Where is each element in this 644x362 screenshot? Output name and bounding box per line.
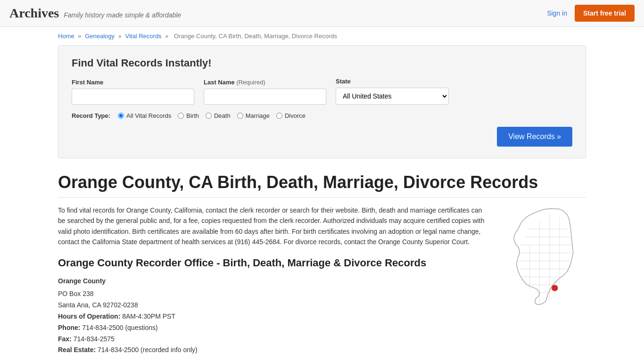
radio-all-vital[interactable] (118, 113, 124, 119)
logo: Archives (9, 6, 59, 21)
record-type-options: All Vital Records Birth Death Marriage D… (118, 112, 305, 119)
breadcrumb-sep-1: » (78, 33, 81, 40)
breadcrumb-sep-3: » (165, 33, 168, 40)
breadcrumb-home[interactable]: Home (58, 33, 74, 40)
breadcrumb-genealogy[interactable]: Genealogy (85, 33, 115, 40)
realestate-value: 714-834-2500 (recorded info only) (98, 346, 198, 354)
header-nav: Sign in Start free trial (547, 5, 635, 22)
last-name-label: Last Name (Required) (204, 79, 326, 86)
record-type-death[interactable]: Death (206, 112, 231, 119)
orange-county-marker (552, 285, 558, 291)
radio-death[interactable] (206, 113, 212, 119)
recorder-office-title: Orange County Recorder Office - Birth, D… (58, 257, 487, 269)
breadcrumb: Home » Genealogy » Vital Records » Orang… (49, 27, 595, 45)
page-title: Orange County, CA Birth, Death, Marriage… (58, 173, 586, 197)
phone-row: Phone: 714-834-2500 (questions) (58, 322, 487, 334)
first-name-group: First Name (72, 79, 194, 105)
address-line2: Santa Ana, CA 92702-0238 (58, 300, 487, 311)
record-type-row: Record Type: All Vital Records Birth Dea… (72, 112, 572, 119)
breadcrumb-current: Orange County, CA Birth, Death, Marriage… (174, 33, 337, 40)
record-type-divorce[interactable]: Divorce (276, 112, 305, 119)
realestate-row: Real Estate: 714-834-2500 (recorded info… (58, 345, 487, 356)
header: Archives Family history made simple & af… (0, 0, 644, 27)
fax-value: 714-834-2575 (74, 335, 115, 343)
fax-label: Fax: (58, 335, 72, 343)
search-box: Find Vital Records Instantly! First Name… (58, 45, 586, 158)
address-line1: PO Box 238 (58, 288, 487, 300)
ca-state-outline (514, 209, 573, 305)
radio-marriage[interactable] (237, 113, 243, 119)
office-name: Orange County (58, 276, 487, 287)
record-type-birth[interactable]: Birth (178, 112, 199, 119)
content-text: To find vital records for Orange County,… (58, 205, 487, 356)
record-type-all-vital[interactable]: All Vital Records (118, 112, 171, 119)
last-name-group: Last Name (Required) (204, 79, 326, 105)
first-name-input[interactable] (72, 89, 194, 105)
hours-row: Hours of Operation: 8AM-4:30PM PST (58, 311, 487, 322)
form-footer: View Records » (72, 127, 572, 147)
office-details: Orange County PO Box 238 Santa Ana, CA 9… (58, 276, 487, 356)
state-group: State All United States Alabama Alaska A… (336, 78, 449, 105)
last-name-input[interactable] (204, 89, 326, 105)
phone-label: Phone: (58, 324, 80, 331)
realestate-label: Real Estate: (58, 346, 96, 354)
hours-label: Hours of Operation: (58, 313, 120, 320)
record-type-marriage[interactable]: Marriage (237, 112, 270, 119)
main-content: Find Vital Records Instantly! First Name… (49, 45, 595, 362)
phone-value: 714-834-2500 (questions) (82, 324, 157, 331)
sign-in-link[interactable]: Sign in (547, 9, 567, 17)
first-name-label: First Name (72, 79, 194, 86)
search-title: Find Vital Records Instantly! (72, 57, 572, 69)
radio-divorce[interactable] (276, 113, 282, 119)
state-select[interactable]: All United States Alabama Alaska Arizona… (336, 88, 449, 105)
page-description: To find vital records for Orange County,… (58, 205, 487, 247)
ca-map-svg (501, 205, 586, 309)
breadcrumb-vital-records[interactable]: Vital Records (125, 33, 162, 40)
view-records-button[interactable]: View Records » (497, 127, 572, 147)
fax-row: Fax: 714-834-2575 (58, 334, 487, 345)
california-map (501, 205, 586, 356)
hours-value: 8AM-4:30PM PST (122, 313, 175, 320)
record-type-label: Record Type: (72, 112, 110, 119)
radio-birth[interactable] (178, 113, 184, 119)
header-logo-area: Archives Family history made simple & af… (9, 6, 181, 21)
content-with-map: To find vital records for Orange County,… (58, 205, 586, 356)
form-row: First Name Last Name (Required) State Al… (72, 78, 572, 105)
breadcrumb-sep-2: » (118, 33, 122, 40)
state-label: State (336, 78, 449, 85)
tagline: Family history made simple & affordable (64, 11, 181, 19)
start-trial-button[interactable]: Start free trial (575, 5, 635, 22)
